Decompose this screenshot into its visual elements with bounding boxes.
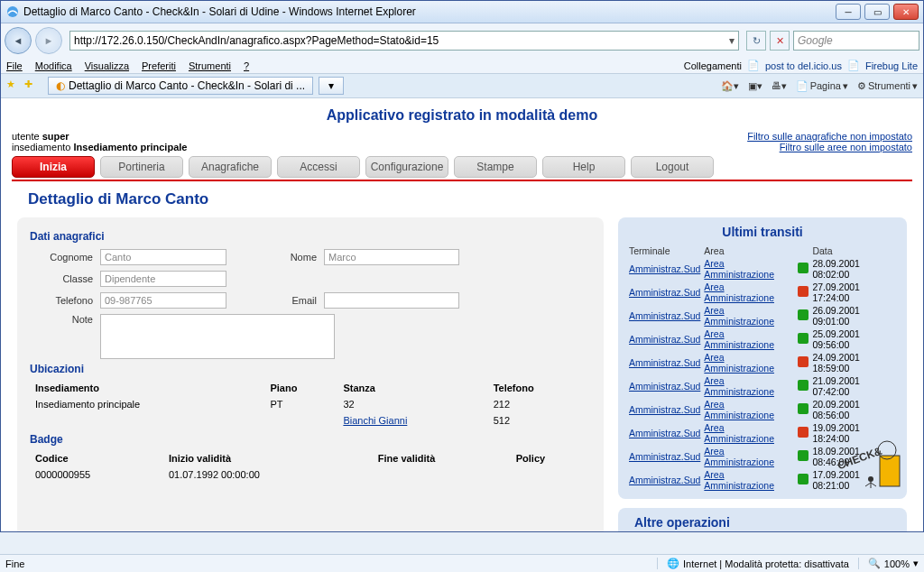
transits-title: Ultimi transiti [627,225,898,239]
email-input[interactable] [324,292,459,309]
print-button[interactable]: 🖶▾ [772,80,787,92]
back-button[interactable]: ◄ [5,27,32,54]
classe-input[interactable] [100,271,226,287]
cognome-input[interactable] [100,249,226,265]
zone-indicator[interactable]: 🌐 Internet | Modalità protetta: disattiv… [657,558,858,569]
area-link[interactable]: Area Amministrazione [704,305,774,327]
maximize-button[interactable]: ▭ [864,4,890,20]
terminal-link[interactable]: Amministraz.Sud [629,263,700,274]
chevron-down-icon[interactable]: ▾ [913,558,919,569]
ie-icon [5,5,20,19]
home-button[interactable]: 🏠▾ [721,80,739,92]
area-link[interactable]: Area Amministrazione [704,281,774,303]
svg-rect-2 [880,456,900,486]
page-menu[interactable]: 📄 Pagina ▾ [796,80,848,92]
search-placeholder: Google [798,34,833,47]
area-link[interactable]: Area Amministrazione [704,422,774,444]
terminal-link[interactable]: Amministraz.Sud [629,451,700,462]
nav-inizia[interactable]: Inizia [12,156,95,178]
nav-accessi[interactable]: Accessi [277,156,360,178]
bianchi-link[interactable]: Bianchi Gianni [343,415,407,426]
close-button[interactable]: ✕ [893,4,919,20]
links-label: Collegamenti [684,60,742,71]
chevron-down-icon[interactable]: ▾ [729,34,735,47]
nome-input[interactable] [324,249,459,265]
area-link[interactable]: Area Amministrazione [704,469,774,491]
terminal-link[interactable]: Amministraz.Sud [629,428,700,438]
forward-button[interactable]: ► [35,27,62,54]
window-title: Dettaglio di Marco Canto - Check&In - So… [23,5,836,18]
terminal-link[interactable]: Amministraz.Sud [629,357,700,368]
direction-icon [798,427,808,438]
section-ubicazioni: Ubicazioni [30,363,591,375]
transit-row: Amministraz.SudArea Amministrazione27.09… [627,281,898,304]
checkin-logo: CHECK& [835,438,907,492]
terminal-link[interactable]: Amministraz.Sud [629,475,700,485]
direction-icon [798,333,808,344]
main-nav: Inizia Portineria Anagrafiche Accessi Co… [12,156,912,178]
menu-file[interactable]: File [6,60,23,71]
refresh-button[interactable]: ↻ [746,31,766,51]
new-tab-button[interactable]: ▾ [319,77,344,95]
browser-tab[interactable]: ◐ Dettaglio di Marco Canto - Check&In - … [48,77,313,95]
terminal-link[interactable]: Amministraz.Sud [629,310,700,321]
menu-help[interactable]: ? [244,60,249,71]
area-link[interactable]: Area Amministrazione [704,352,774,374]
nav-logout[interactable]: Logout [631,156,714,178]
transit-date: 21.09.2001 07:42:00 [810,374,898,398]
filter-anagrafiche-link[interactable]: Filtro sulle anagrafiche non impostato [747,131,912,142]
tools-menu[interactable]: ⚙ Strumenti ▾ [857,80,918,92]
link-delicious[interactable]: post to del.icio.us [765,60,842,71]
terminal-link[interactable]: Amministraz.Sud [629,404,700,415]
zoom-control[interactable]: 🔍 100% ▾ [858,558,919,569]
detail-panel: Dati anagrafici Cognome Nome Classe Tele… [17,217,604,531]
menu-modifica[interactable]: Modifica [35,60,72,71]
transit-date: 27.09.2001 17:24:00 [810,281,898,304]
table-row: Bianchi Gianni512 [32,413,589,428]
insediamento-name: Insediamento principale [74,142,188,152]
telefono-input[interactable] [100,292,226,309]
link-firebug[interactable]: Firebug Lite [865,60,918,71]
address-bar[interactable]: http://172.26.0.150/CheckAndIn/anagrafic… [69,31,739,51]
area-link[interactable]: Area Amministrazione [704,258,774,280]
favorites-star-icon[interactable]: ★ [6,78,21,93]
area-link[interactable]: Area Amministrazione [704,399,774,420]
badge-table: Codice Inizio validità Fine validità Pol… [30,449,591,484]
menu-strumenti[interactable]: Strumenti [189,60,231,71]
context-bar: utente super insediamento Insediamento p… [12,131,912,152]
feed-button[interactable]: ▣▾ [748,80,762,92]
menu-visualizza[interactable]: Visualizza [85,60,129,71]
stop-button[interactable]: ✕ [770,31,790,51]
ie-page-icon: 📄 [747,60,760,71]
search-box[interactable]: Google [793,31,919,51]
terminal-link[interactable]: Amministraz.Sud [629,287,700,298]
nav-help[interactable]: Help [542,156,625,178]
nav-stampe[interactable]: Stampe [454,156,537,178]
add-favorites-icon[interactable]: ✚ [24,78,39,93]
area-link[interactable]: Area Amministrazione [704,446,774,467]
area-link[interactable]: Area Amministrazione [704,375,774,397]
terminal-link[interactable]: Amministraz.Sud [629,381,700,392]
nav-portineria[interactable]: Portineria [100,156,183,178]
transit-date: 20.09.2001 08:56:00 [810,398,898,421]
url-text: http://172.26.0.150/CheckAndIn/anagrafic… [74,34,439,47]
area-link[interactable]: Area Amministrazione [704,328,774,350]
direction-icon [798,450,808,461]
direction-icon [798,474,808,484]
menu-preferiti[interactable]: Preferiti [142,60,176,71]
command-bar: 🏠▾ ▣▾ 🖶▾ 📄 Pagina ▾ ⚙ Strumenti ▾ [721,80,918,92]
demo-banner: Applicativo registrato in modalità demo [12,107,912,124]
transit-row: Amministraz.SudArea Amministrazione24.09… [627,351,898,374]
direction-icon [798,380,808,391]
terminal-link[interactable]: Amministraz.Sud [629,334,700,345]
filter-aree-link[interactable]: Filtro sulle aree non impostato [747,142,912,152]
minimize-button[interactable]: ─ [836,4,861,20]
table-row: 000000095501.07.1992 00:00:00 [32,467,589,482]
nav-configurazione[interactable]: Configurazione [365,156,448,178]
ops-panel: Altre operazioni Mostra i badge di Marco… [618,508,907,531]
status-text: Fine [5,558,657,569]
nav-anagrafiche[interactable]: Anagrafiche [189,156,272,178]
page-title: Dettaglio di Marco Canto [28,190,912,208]
note-input[interactable] [100,314,335,359]
direction-icon [798,263,808,273]
